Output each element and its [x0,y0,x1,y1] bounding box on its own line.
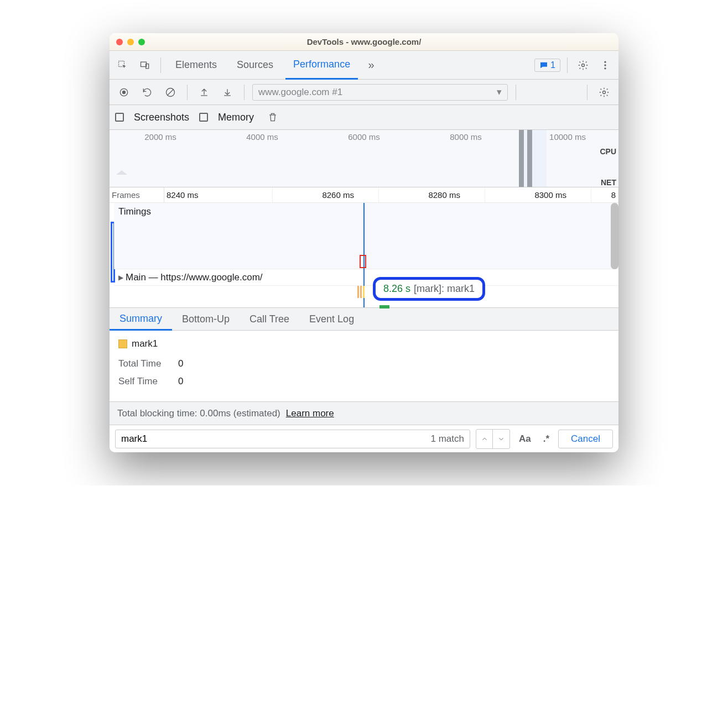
recording-dropdown[interactable]: www.google.com #1 ▾ [252,84,508,101]
overview-labels: CPU NET [600,145,616,187]
screenshots-checkbox[interactable] [115,113,124,122]
titlebar: DevTools - www.google.com/ [110,33,618,51]
svg-line-10 [167,89,174,96]
total-time-row: Total Time 0 [118,358,610,369]
tab-call-tree[interactable]: Call Tree [240,308,299,330]
clear-icon[interactable] [162,83,179,101]
memory-checkbox[interactable] [199,113,208,122]
handle-right[interactable] [527,130,532,187]
detail-tick: 8300 ms [485,187,591,202]
divider [187,85,188,100]
detail-ruler: ns Frames 8240 ms 8260 ms 8280 ms 8300 m… [110,187,618,202]
detail-tabs: Summary Bottom-Up Call Tree Event Log [110,307,618,331]
regex-toggle[interactable]: .* [540,433,553,445]
cpu-label: CPU [600,145,616,158]
devtools-window: DevTools - www.google.com/ Elements Sour… [110,33,618,452]
tab-elements[interactable]: Elements [168,51,225,80]
traffic-lights [116,39,145,45]
handle-left[interactable] [519,130,524,187]
settings-icon[interactable] [574,56,592,74]
self-time-value: 0 [178,376,183,387]
row-label: Main — https://www.google.com/ [126,272,263,283]
flame-chart[interactable]: Timings ▶ Main — https://www.google.com/… [110,202,618,307]
blocking-bar: Total blocking time: 0.00ms (estimated) … [110,401,618,425]
tab-performance[interactable]: Performance [285,51,358,80]
prev-match-button[interactable] [476,430,493,448]
svg-point-3 [582,64,585,66]
devtools-tabbar: Elements Sources Performance » 1 [110,51,618,80]
detail-tick: 8260 ms [273,187,379,202]
svg-point-11 [603,91,606,93]
perf-options: Screenshots Memory [110,105,618,129]
overview-mask [110,130,522,187]
net-label: NET [600,176,616,187]
divider [567,57,568,73]
tab-event-log[interactable]: Event Log [299,308,364,330]
case-toggle[interactable]: Aa [516,433,534,445]
expand-icon[interactable]: ▶ [118,274,123,281]
download-icon[interactable] [219,83,236,101]
memory-label: Memory [218,112,254,123]
overview-handles[interactable] [519,130,532,187]
divider [587,85,587,100]
next-match-button[interactable] [493,430,509,448]
divider [516,85,516,100]
minimize-window-button[interactable] [127,39,134,45]
vertical-scrollbar[interactable] [611,203,618,269]
detail-tick: 8280 ms [379,187,485,202]
svg-point-6 [604,67,606,69]
detail-tick: 8240 ms [164,187,273,202]
search-input[interactable] [121,433,431,445]
svg-point-8 [123,91,126,93]
garbage-icon[interactable] [264,108,282,126]
main-bars [357,286,365,298]
svg-point-5 [604,64,606,66]
search-bar: 1 match Aa .* Cancel [110,425,618,452]
tab-bottom-up[interactable]: Bottom-Up [172,308,240,330]
row-timings[interactable]: Timings [114,203,618,269]
row-main[interactable]: ▶ Main — https://www.google.com/ [114,269,618,286]
frames-label: ns Frames [110,187,164,202]
total-time-label: Total Time [118,358,168,369]
cancel-button[interactable]: Cancel [558,430,613,448]
kebab-menu-icon[interactable] [596,56,614,74]
match-count: 1 match [431,433,464,445]
device-toggle-icon[interactable] [136,56,154,74]
divider [160,57,161,73]
inspect-icon[interactable] [114,56,132,74]
color-swatch [118,339,127,348]
search-nav [476,429,510,449]
close-window-button[interactable] [116,39,123,45]
messages-badge[interactable]: 1 [534,59,560,72]
event-name-row: mark1 [118,338,610,349]
self-time-row: Self Time 0 [118,376,610,387]
summary-panel: mark1 Total Time 0 Self Time 0 [110,331,618,401]
row-label: Timings [118,206,151,217]
total-time-value: 0 [178,358,183,369]
mark-callout: 8.26 s [mark]: mark1 [373,277,485,301]
blocking-text: Total blocking time: 0.00ms (estimated) [117,408,280,419]
record-icon[interactable] [115,83,133,101]
learn-more-link[interactable]: Learn more [286,408,334,419]
messages-count: 1 [550,60,555,70]
reload-icon[interactable] [138,83,156,101]
overview-timeline[interactable]: 2000 ms 4000 ms 6000 ms 8000 ms 10000 ms… [110,129,618,187]
tab-summary[interactable]: Summary [110,308,172,331]
task-marker [360,255,366,268]
self-time-label: Self Time [118,376,168,387]
capture-settings-icon[interactable] [595,83,613,101]
tab-sources[interactable]: Sources [229,51,281,80]
more-tabs-icon[interactable]: » [362,56,380,74]
maximize-window-button[interactable] [138,39,145,45]
task-bar [379,305,389,309]
perf-toolbar: www.google.com #1 ▾ [110,80,618,105]
svg-point-4 [604,61,606,62]
recording-name: www.google.com #1 [258,87,342,98]
window-title: DevTools - www.google.com/ [110,37,618,46]
mark-label: [mark]: mark1 [414,283,475,295]
upload-icon[interactable] [195,83,213,101]
detail-tick: 8 [591,187,618,202]
mark-time: 8.26 s [383,283,410,295]
screenshots-label: Screenshots [134,112,189,123]
dropdown-caret-icon: ▾ [497,86,502,98]
